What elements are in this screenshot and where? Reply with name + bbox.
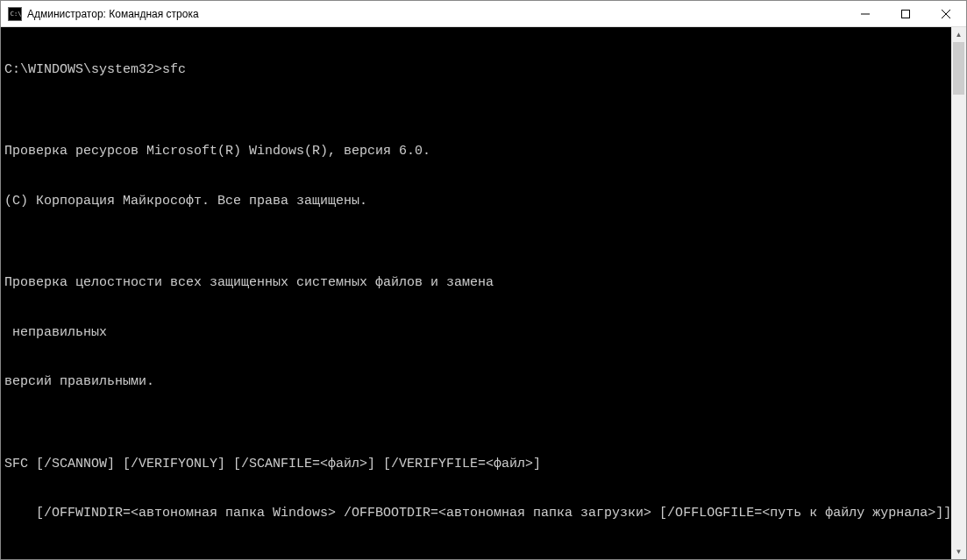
scrollbar-down-arrow[interactable]: ▼ [951, 544, 966, 559]
terminal-output[interactable]: C:\WINDOWS\system32>sfc Проверка ресурсо… [1, 27, 951, 559]
terminal-line: версий правильными. [4, 374, 948, 391]
terminal-line: Проверка целостности всех защищенных сис… [4, 275, 948, 292]
titlebar[interactable]: C:\ Администратор: Командная строка [1, 1, 966, 27]
svg-rect-3 [902, 11, 910, 18]
scrollbar-thumb[interactable] [953, 42, 964, 95]
terminal-line: (C) Корпорация Майкрософт. Все права защ… [4, 194, 948, 210]
window-controls [845, 1, 966, 26]
minimize-button[interactable] [845, 1, 885, 27]
terminal-line: [/OFFWINDIR=<автономная папка Windows> /… [4, 506, 948, 522]
svg-text:C:\: C:\ [11, 10, 22, 17]
terminal-line: неправильных [4, 325, 948, 342]
terminal-line: SFC [/SCANNOW] [/VERIFYONLY] [/SCANFILE=… [4, 457, 948, 473]
maximize-button[interactable] [885, 1, 926, 27]
close-button[interactable] [926, 1, 966, 27]
scrollbar-track[interactable] [951, 42, 966, 544]
window-title: Администратор: Командная строка [27, 8, 845, 20]
command-prompt-window: C:\ Администратор: Командная строка C:\W… [0, 0, 967, 560]
cmd-icon: C:\ [8, 7, 22, 21]
terminal-container: C:\WINDOWS\system32>sfc Проверка ресурсо… [1, 27, 966, 559]
terminal-line: C:\WINDOWS\system32>sfc [4, 62, 948, 79]
vertical-scrollbar[interactable]: ▲ ▼ [951, 27, 966, 559]
terminal-line: Проверка ресурсов Microsoft(R) Windows(R… [4, 144, 948, 160]
scrollbar-up-arrow[interactable]: ▲ [951, 27, 966, 42]
